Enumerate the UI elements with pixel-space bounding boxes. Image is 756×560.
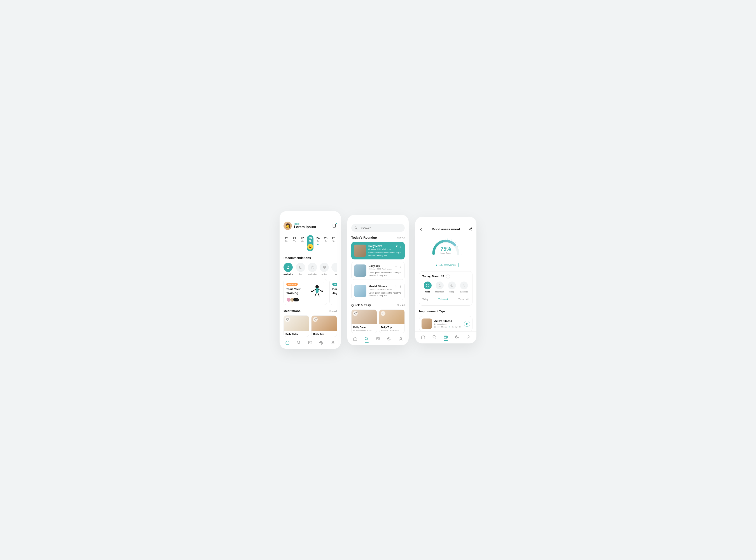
svg-point-29 <box>426 284 429 287</box>
tab-today[interactable]: Today <box>422 298 428 302</box>
more-icon[interactable]: ⋮ <box>399 244 402 248</box>
svg-point-31 <box>433 335 436 338</box>
nav-search-icon[interactable] <box>364 336 369 341</box>
heart-icon[interactable]: ♡ <box>381 311 385 316</box>
svg-line-23 <box>447 238 448 240</box>
heart-icon[interactable]: ♡ <box>353 311 358 316</box>
search-input[interactable] <box>360 226 402 230</box>
card-meditation[interactable]: MEDI Daily Jay <box>330 279 337 305</box>
play-button[interactable]: ▶ <box>464 321 470 327</box>
participants: +1k <box>286 297 324 302</box>
chevron-down-icon[interactable]: ⌄ <box>446 275 450 278</box>
meditation-card[interactable]: ♡ Daily Trip <box>311 316 337 337</box>
nav-search-icon[interactable] <box>296 340 301 345</box>
card-title: Start Your Training <box>286 287 306 295</box>
meditation-title: Daily Calm <box>284 331 309 337</box>
roundup-card-featured[interactable]: Daily Move 23 March, 2023 • Work stress … <box>351 242 405 259</box>
date-22[interactable]: 22We <box>299 235 305 251</box>
bottom-nav <box>280 337 341 349</box>
rec-meditation[interactable]: Meditation <box>283 263 293 275</box>
cat-mood[interactable]: Mood <box>422 282 433 295</box>
meditation-title: Daily Trip <box>312 331 337 337</box>
heart-icon[interactable]: ♡ <box>313 317 318 322</box>
heart-icon[interactable]: ♡ <box>394 284 397 288</box>
tip-meta: ◷15 - 25 mins ♥3k 💬1k <box>434 326 462 328</box>
cat-meditation[interactable]: Meditation <box>435 282 445 295</box>
tip-card[interactable]: Active Fitness By Lorem Ipsum ◷15 - 25 m… <box>419 316 473 332</box>
see-all-link[interactable]: See All <box>330 310 337 313</box>
tip-image <box>421 319 432 329</box>
user-block[interactable]: 👩 Hello! Lorem Ipsum <box>283 222 316 230</box>
quickeasy-card[interactable]: ♡ Daily Trip23 March • Work stress <box>379 309 405 333</box>
date-21[interactable]: 21Tu <box>291 235 298 251</box>
recommendation-categories: Meditation Sleep Motivation Active W <box>283 263 337 275</box>
nav-profile-icon[interactable] <box>398 336 403 341</box>
mood-screen: Mood assessment 75% Mood Score <box>415 217 476 343</box>
search-icon <box>354 226 358 230</box>
svg-point-2 <box>312 267 313 268</box>
gauge-label: Mood Score <box>441 252 451 254</box>
svg-line-18 <box>431 250 433 250</box>
roundup-card[interactable]: Mental Fitness 23 March, 2023 • Work str… <box>351 282 405 300</box>
svg-point-11 <box>365 337 368 340</box>
workout-illustration <box>305 283 324 298</box>
nav-home-icon[interactable] <box>421 335 425 340</box>
nav-workout-icon[interactable] <box>319 340 324 345</box>
nav-home-icon[interactable] <box>353 336 358 341</box>
nav-profile-icon[interactable] <box>466 335 471 340</box>
more-icon[interactable]: ⋮ <box>399 264 402 268</box>
nav-workout-icon[interactable] <box>455 335 460 340</box>
rec-motivation[interactable]: Motivation <box>308 263 317 275</box>
roundup-desc: Lorem Ipsum has been the industry's stan… <box>369 292 402 297</box>
svg-point-5 <box>311 291 313 292</box>
rec-active[interactable]: Active <box>320 263 329 275</box>
page-title: Mood assessment <box>432 227 460 231</box>
quickeasy-card[interactable]: ♡ Daily Calm23 March • Work stress <box>351 309 377 333</box>
category-row: Mood Meditation Sleep Exercise <box>422 282 469 295</box>
heart-icon[interactable]: ♡ <box>394 264 397 268</box>
cat-sleep[interactable]: Sleep <box>447 282 457 295</box>
roundup-card[interactable]: Daily Jay 23 March, 2023 • Work stress L… <box>351 262 405 280</box>
see-all-link[interactable]: See All <box>397 304 405 306</box>
nav-workout-icon[interactable] <box>387 336 392 341</box>
notification-icon[interactable] <box>332 223 337 228</box>
nav-gallery-icon[interactable] <box>443 335 448 340</box>
date-23-selected[interactable]: 23Th😄 <box>307 235 314 251</box>
tab-this-month[interactable]: This month <box>458 298 469 302</box>
home-screen: 👩 Hello! Lorem Ipsum 20Mo 21Tu 22We 23Th… <box>280 211 341 349</box>
mood-gauge: 75% Mood Score ▲ 15% Improvement <box>419 236 473 267</box>
meditations-heading: Meditations <box>283 309 301 313</box>
nav-home-icon[interactable] <box>285 340 290 345</box>
roundup-image <box>354 264 366 277</box>
tab-this-week[interactable]: This week <box>438 298 448 302</box>
rec-more[interactable]: W <box>332 263 337 275</box>
date-25[interactable]: 25Sa <box>323 235 329 251</box>
date-26[interactable]: 26Su <box>330 235 337 251</box>
nav-gallery-icon[interactable] <box>308 340 313 345</box>
meditation-card[interactable]: ♡ Daily Calm <box>283 316 309 337</box>
roundup-image <box>354 285 366 297</box>
date-20[interactable]: 20Mo <box>283 235 290 251</box>
more-icon[interactable]: ⋮ <box>399 284 402 288</box>
heart-icon[interactable]: ♡ <box>285 317 290 322</box>
back-icon[interactable] <box>419 227 423 231</box>
avatar[interactable]: 👩 <box>283 222 292 230</box>
svg-point-9 <box>332 341 334 343</box>
meditation-cards: ♡ Daily Calm ♡ Daily Trip <box>283 316 337 337</box>
search-bar[interactable] <box>351 224 405 232</box>
card-fitness[interactable]: ⋮ FITNESS Start Your Training +1k <box>283 279 327 305</box>
see-all-link[interactable]: See All <box>397 236 405 239</box>
nav-gallery-icon[interactable] <box>376 336 380 341</box>
share-icon[interactable] <box>469 227 473 231</box>
cat-exercise[interactable]: Exercise <box>459 282 470 295</box>
nav-search-icon[interactable] <box>432 335 437 340</box>
period-tabs: Today This week This month <box>422 298 469 302</box>
nav-profile-icon[interactable] <box>331 340 335 345</box>
today-card: Today, March 29 ⌄ Mood Meditation Sleep … <box>419 271 473 306</box>
svg-point-33 <box>468 336 470 337</box>
rec-sleep[interactable]: Sleep <box>296 263 305 275</box>
recommendation-cards: ⋮ FITNESS Start Your Training +1k MEDI D… <box>283 279 337 305</box>
heart-icon[interactable]: ♥ <box>396 244 398 248</box>
count-badge: +1k <box>293 298 299 301</box>
date-24[interactable]: 24Fr <box>315 235 321 251</box>
